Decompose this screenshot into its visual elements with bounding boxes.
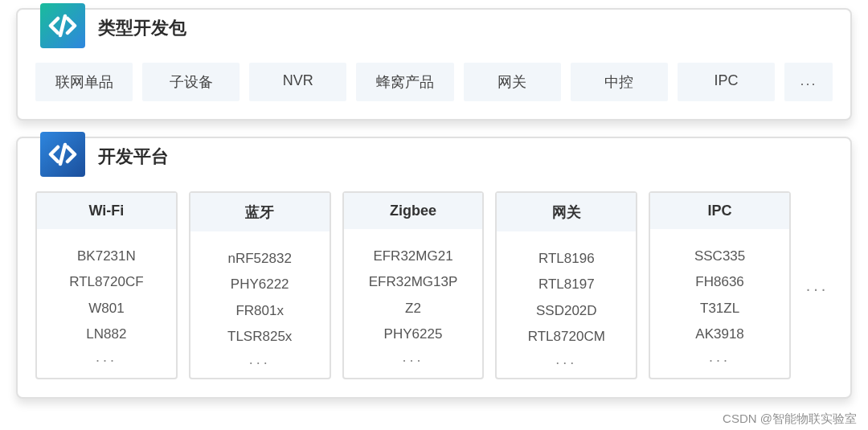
platform-column-header: Wi-Fi xyxy=(37,193,176,229)
type-chip[interactable]: IPC xyxy=(678,63,775,101)
panel-types: 类型开发包 联网单品 子设备 NVR 蜂窝产品 网关 中控 IPC ... xyxy=(16,8,852,121)
type-chip[interactable]: 网关 xyxy=(464,63,561,101)
ellipsis-icon: ... xyxy=(650,349,789,366)
type-chip[interactable]: 中控 xyxy=(571,63,668,101)
svg-line-0 xyxy=(60,16,65,35)
code-bracket-icon xyxy=(40,132,85,177)
platform-item: nRF52832 xyxy=(190,246,330,272)
svg-line-1 xyxy=(60,145,65,164)
platform-item: RTL8197 xyxy=(497,272,636,297)
platform-column-header: 网关 xyxy=(497,193,636,231)
platform-item: FR801x xyxy=(190,298,330,324)
platform-item: PHY6225 xyxy=(344,321,483,347)
type-chip[interactable]: 联网单品 xyxy=(35,63,133,101)
platform-column-gateway: 网关 RTL8196 RTL8197 SSD202D RTL8720CM ... xyxy=(495,191,637,379)
platform-item: SSD202D xyxy=(497,298,636,324)
platform-item: Z2 xyxy=(344,296,483,321)
platform-item: RTL8720CF xyxy=(37,269,176,295)
platform-item: FH8636 xyxy=(650,269,789,295)
type-chip-row: 联网单品 子设备 NVR 蜂窝产品 网关 中控 IPC ... xyxy=(35,63,833,101)
ellipsis-icon: ... xyxy=(497,351,636,368)
type-chip[interactable]: 蜂窝产品 xyxy=(356,63,453,101)
panel-platforms: 开发平台 Wi-Fi BK7231N RTL8720CF W801 LN882 … xyxy=(16,137,852,399)
type-chip[interactable]: NVR xyxy=(249,63,346,101)
platform-item: BK7231N xyxy=(37,244,176,269)
platform-columns: Wi-Fi BK7231N RTL8720CF W801 LN882 ... 蓝… xyxy=(35,191,833,379)
platform-column-header: IPC xyxy=(650,193,789,229)
type-chip[interactable]: 子设备 xyxy=(142,63,240,101)
ellipsis-icon: ... xyxy=(37,349,176,366)
platform-item: LN882 xyxy=(37,321,176,347)
platform-column-header: Zigbee xyxy=(344,193,483,229)
panel-types-title: 类型开发包 xyxy=(98,16,186,40)
panel-platforms-body: Wi-Fi BK7231N RTL8720CF W801 LN882 ... 蓝… xyxy=(18,138,850,397)
panel-platforms-title: 开发平台 xyxy=(98,145,169,169)
platform-item: RTL8196 xyxy=(497,246,636,272)
platform-item: T31ZL xyxy=(650,296,789,321)
columns-more-indicator: ... xyxy=(802,191,833,379)
type-chip-more[interactable]: ... xyxy=(784,63,833,101)
platform-column-ipc: IPC SSC335 FH8636 T31ZL AK3918 ... xyxy=(649,191,791,379)
platform-item: RTL8720CM xyxy=(497,324,636,350)
platform-column-zigbee: Zigbee EFR32MG21 EFR32MG13P Z2 PHY6225 .… xyxy=(342,191,485,379)
ellipsis-icon: ... xyxy=(344,349,483,366)
platform-item: TLSR825x xyxy=(190,324,330,350)
platform-item: W801 xyxy=(37,296,176,321)
platform-column-header: 蓝牙 xyxy=(190,193,330,231)
platform-column-wifi: Wi-Fi BK7231N RTL8720CF W801 LN882 ... xyxy=(35,191,178,379)
platform-column-bluetooth: 蓝牙 nRF52832 PHY6222 FR801x TLSR825x ... xyxy=(189,191,331,379)
platform-item: SSC335 xyxy=(650,244,789,269)
platform-item: EFR32MG21 xyxy=(344,244,483,269)
watermark-text: CSDN @智能物联实验室 xyxy=(723,412,857,427)
ellipsis-icon: ... xyxy=(190,351,330,368)
code-bracket-icon xyxy=(40,3,85,48)
platform-item: EFR32MG13P xyxy=(344,269,483,295)
platform-item: PHY6222 xyxy=(190,272,330,297)
platform-item: AK3918 xyxy=(650,321,789,347)
